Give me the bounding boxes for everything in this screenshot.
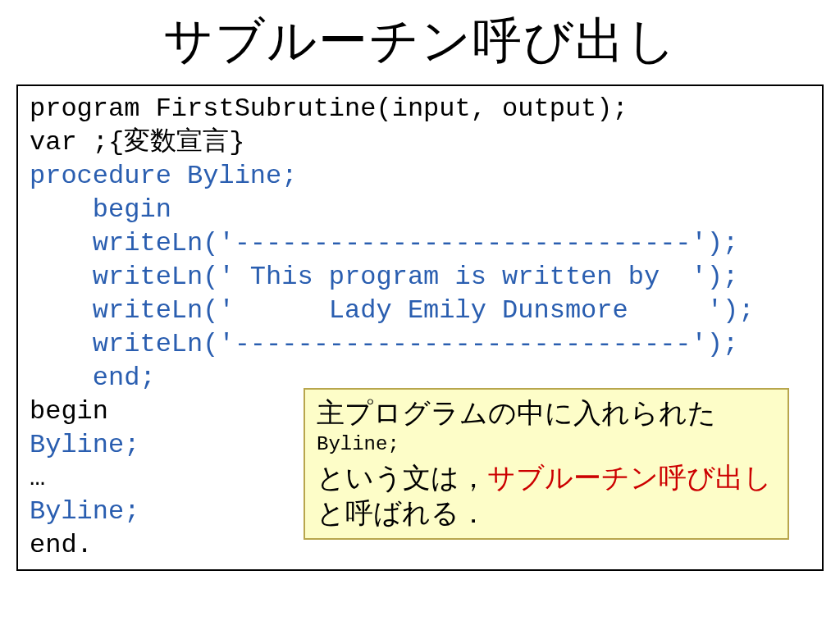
callout-text-red: サブルーチン呼び出し xyxy=(487,462,772,493)
code-line-11: Byline; xyxy=(30,430,139,460)
callout-code-line: Byline; xyxy=(317,431,776,457)
code-line-3: procedure Byline; xyxy=(30,161,297,191)
code-line-6: writeLn(' This program is written by '); xyxy=(30,262,738,292)
code-line-12: … xyxy=(30,463,45,493)
code-line-8: writeLn('-----------------------------')… xyxy=(30,329,738,359)
code-line-13: Byline; xyxy=(30,496,139,527)
slide: サブルーチン呼び出し program FirstSubrutine(input,… xyxy=(0,0,840,630)
callout-text-c: と呼ばれる． xyxy=(317,497,487,528)
code-box: program FirstSubrutine(input, output); v… xyxy=(16,84,824,571)
code-line-5: writeLn('-----------------------------')… xyxy=(30,228,738,258)
callout-box: 主プログラムの中に入れられた Byline; という文は，サブルーチン呼び出しと… xyxy=(304,388,789,540)
code-line-2: var ;{変数宣言} xyxy=(30,127,244,158)
code-line-7: writeLn(' Lady Emily Dunsmore '); xyxy=(30,295,754,326)
code-line-9: end; xyxy=(30,363,156,393)
callout-text-a: という文は， xyxy=(317,462,487,493)
code-line-1: program FirstSubrutine(input, output); xyxy=(30,94,628,124)
code-line-14: end. xyxy=(30,530,93,560)
slide-title: サブルーチン呼び出し xyxy=(16,8,824,75)
code-line-4: begin xyxy=(30,194,171,225)
code-line-10: begin xyxy=(30,396,108,427)
callout-line-2: という文は，サブルーチン呼び出しと呼ばれる． xyxy=(317,460,776,530)
callout-line-1: 主プログラムの中に入れられた xyxy=(317,396,776,430)
